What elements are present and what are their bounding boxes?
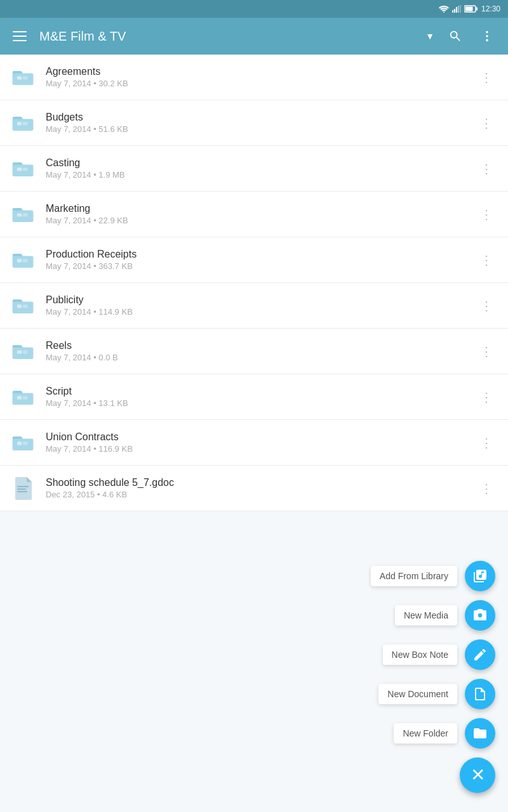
list-item[interactable]: Casting May 7, 2014 • 1.9 MB ⋮ <box>0 146 508 192</box>
file-info: Budgets May 7, 2014 • 51.6 KB <box>46 112 475 134</box>
folder-icon <box>11 159 34 178</box>
fab-row-document: New Document <box>378 679 495 709</box>
file-name: Production Receipts <box>46 249 475 260</box>
list-item[interactable]: Publicity May 7, 2014 • 114.9 KB ⋮ <box>0 283 508 329</box>
list-item[interactable]: Reels May 7, 2014 • 0.0 B ⋮ <box>0 329 508 374</box>
svg-rect-8 <box>465 7 472 11</box>
svg-rect-20 <box>17 259 22 262</box>
file-meta: May 7, 2014 • 13.1 KB <box>46 398 475 408</box>
list-item[interactable]: Agreements May 7, 2014 • 30.2 KB ⋮ <box>0 55 508 100</box>
svg-rect-5 <box>460 5 461 13</box>
status-icons: 12:30 <box>439 4 500 13</box>
svg-point-10 <box>486 35 488 37</box>
svg-rect-13 <box>23 76 27 79</box>
list-item[interactable]: Script May 7, 2014 • 13.1 KB ⋮ <box>0 374 508 420</box>
file-icon <box>10 476 36 501</box>
svg-rect-30 <box>17 486 29 487</box>
wifi-icon <box>439 5 449 13</box>
svg-rect-24 <box>17 350 22 353</box>
app-title: M&E Film & TV <box>39 29 415 44</box>
file-more-button[interactable]: ⋮ <box>475 65 498 90</box>
file-meta: May 7, 2014 • 363.7 KB <box>46 261 475 271</box>
folder-icon <box>11 342 34 361</box>
more-icon[interactable] <box>476 25 498 47</box>
new-media-button[interactable] <box>465 600 495 631</box>
svg-rect-17 <box>23 167 27 171</box>
svg-rect-15 <box>23 122 27 125</box>
svg-rect-25 <box>23 350 27 353</box>
file-name: Casting <box>46 157 475 169</box>
folder-icon <box>11 296 34 315</box>
fab-row-media: New Media <box>395 600 495 631</box>
status-bar: 12:30 <box>0 0 508 18</box>
folder-icon <box>11 205 34 224</box>
file-name: Shooting schedule 5_7.gdoc <box>46 477 475 488</box>
list-item[interactable]: Production Receipts May 7, 2014 • 363.7 … <box>0 237 508 283</box>
fab-row-folder: New Folder <box>394 718 495 749</box>
file-more-button[interactable]: ⋮ <box>475 110 498 136</box>
svg-rect-29 <box>23 442 27 445</box>
file-name: Agreements <box>46 66 475 77</box>
battery-icon <box>464 5 478 13</box>
svg-rect-27 <box>23 396 27 399</box>
file-info: Casting May 7, 2014 • 1.9 MB <box>46 157 475 180</box>
file-icon <box>10 339 36 364</box>
menu-icon[interactable] <box>10 29 29 44</box>
svg-rect-26 <box>17 396 22 399</box>
list-item[interactable]: Marketing May 7, 2014 • 22.9 KB ⋮ <box>0 192 508 237</box>
file-name: Union Contracts <box>46 431 475 443</box>
new-box-note-label[interactable]: New Box Note <box>383 645 457 665</box>
svg-rect-31 <box>17 488 26 490</box>
search-icon[interactable] <box>444 25 466 47</box>
new-document-label[interactable]: New Document <box>378 684 457 704</box>
file-info: Reels May 7, 2014 • 0.0 B <box>46 340 475 362</box>
new-document-button[interactable] <box>465 679 495 709</box>
list-item[interactable]: Shooting schedule 5_7.gdoc Dec 23, 2015 … <box>0 466 508 511</box>
file-icon <box>10 384 36 410</box>
add-from-library-button[interactable] <box>465 561 495 591</box>
file-icon <box>10 65 36 90</box>
list-item[interactable]: Union Contracts May 7, 2014 • 116.9 KB ⋮ <box>0 420 508 466</box>
file-more-button[interactable]: ⋮ <box>475 476 498 501</box>
new-folder-label[interactable]: New Folder <box>394 723 457 743</box>
file-icon <box>10 202 36 227</box>
folder-icon <box>11 251 34 270</box>
folder-icon <box>11 433 34 452</box>
file-more-button[interactable]: ⋮ <box>475 384 498 410</box>
file-more-button[interactable]: ⋮ <box>475 202 498 227</box>
folder-icon <box>11 114 34 133</box>
new-box-note-button[interactable] <box>465 639 495 670</box>
file-more-button[interactable]: ⋮ <box>475 339 498 364</box>
svg-rect-3 <box>456 7 457 13</box>
file-meta: May 7, 2014 • 0.0 B <box>46 353 475 362</box>
file-meta: May 7, 2014 • 114.9 KB <box>46 307 475 317</box>
dropdown-icon[interactable]: ▼ <box>425 31 434 41</box>
file-more-button[interactable]: ⋮ <box>475 293 498 318</box>
file-more-button[interactable]: ⋮ <box>475 247 498 273</box>
file-meta: May 7, 2014 • 22.9 KB <box>46 216 475 225</box>
new-folder-button[interactable] <box>465 718 495 749</box>
file-info: Agreements May 7, 2014 • 30.2 KB <box>46 66 475 88</box>
svg-rect-23 <box>23 304 27 308</box>
fab-close-icon: ✕ <box>471 766 485 784</box>
fab-main-button[interactable]: ✕ <box>460 757 495 793</box>
file-icon <box>10 430 36 455</box>
file-info: Shooting schedule 5_7.gdoc Dec 23, 2015 … <box>46 477 475 499</box>
svg-rect-16 <box>17 167 22 171</box>
file-info: Union Contracts May 7, 2014 • 116.9 KB <box>46 431 475 454</box>
file-meta: May 7, 2014 • 51.6 KB <box>46 124 475 134</box>
svg-rect-28 <box>17 442 22 445</box>
folder-icon <box>11 388 34 407</box>
add-from-library-label[interactable]: Add From Library <box>371 566 457 586</box>
svg-rect-14 <box>17 122 22 125</box>
file-more-button[interactable]: ⋮ <box>475 156 498 181</box>
file-more-button[interactable]: ⋮ <box>475 430 498 455</box>
file-name: Script <box>46 386 475 397</box>
svg-point-9 <box>486 31 488 34</box>
file-meta: May 7, 2014 • 30.2 KB <box>46 79 475 88</box>
file-icon <box>10 156 36 181</box>
list-item[interactable]: Budgets May 7, 2014 • 51.6 KB ⋮ <box>0 100 508 146</box>
new-media-label[interactable]: New Media <box>395 605 457 625</box>
svg-rect-19 <box>23 213 27 216</box>
folder-icon <box>11 68 34 87</box>
